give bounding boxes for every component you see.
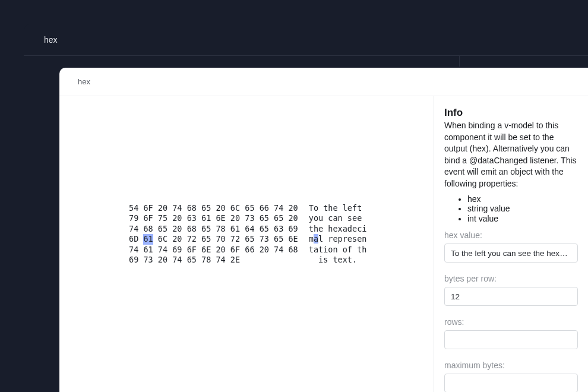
ascii-char[interactable]: e bbox=[347, 203, 352, 213]
hex-byte[interactable]: 20 bbox=[158, 255, 167, 265]
ascii-char[interactable]: e bbox=[333, 224, 337, 233]
ascii-char[interactable]: a bbox=[314, 245, 318, 254]
ascii-char[interactable]: n bbox=[333, 245, 337, 254]
ascii-char[interactable]: t bbox=[318, 245, 323, 254]
hex-byte[interactable]: 63 bbox=[187, 213, 197, 223]
hex-byte[interactable]: 74 bbox=[274, 245, 283, 255]
hex-byte[interactable]: 78 bbox=[216, 224, 225, 234]
hex-byte[interactable]: 72 bbox=[187, 234, 197, 244]
hex-byte[interactable]: 6E bbox=[288, 234, 298, 244]
ascii-char[interactable]: t bbox=[309, 245, 314, 254]
hex-byte[interactable]: 61 bbox=[230, 224, 240, 234]
hex-byte[interactable]: 74 bbox=[129, 245, 138, 255]
ascii-char[interactable]: u bbox=[318, 213, 323, 223]
hex-byte[interactable]: 65 bbox=[245, 234, 254, 244]
hex-byte[interactable]: 68 bbox=[288, 245, 298, 255]
hex-byte[interactable]: 69 bbox=[129, 255, 138, 265]
ascii-char[interactable]: e bbox=[318, 224, 323, 233]
hex-byte[interactable]: 69 bbox=[172, 245, 182, 255]
hex-byte[interactable]: 68 bbox=[143, 224, 153, 234]
hex-byte[interactable]: 65 bbox=[201, 203, 211, 213]
ascii-char[interactable]: . bbox=[352, 255, 357, 264]
ascii-char[interactable]: h bbox=[362, 245, 366, 254]
hex-byte[interactable]: 73 bbox=[143, 255, 153, 265]
hex-byte[interactable]: 20 bbox=[288, 203, 298, 213]
hex-byte[interactable]: 2E bbox=[230, 255, 240, 265]
ascii-char[interactable] bbox=[318, 203, 323, 213]
hex-byte[interactable]: 61 bbox=[143, 234, 153, 244]
ascii-char[interactable]: d bbox=[347, 224, 352, 233]
hex-byte[interactable]: 65 bbox=[260, 213, 269, 223]
hex-byte[interactable]: 6F bbox=[143, 213, 153, 223]
ascii-char[interactable] bbox=[338, 203, 343, 213]
hex-byte[interactable]: 61 bbox=[201, 213, 211, 223]
ascii-char[interactable]: l bbox=[318, 234, 323, 244]
bytes-per-row-input[interactable] bbox=[444, 287, 578, 306]
hex-byte[interactable]: 65 bbox=[245, 203, 254, 213]
hex-byte[interactable]: 6F bbox=[143, 203, 153, 213]
ascii-char[interactable]: s bbox=[347, 213, 352, 223]
ascii-char[interactable]: e bbox=[333, 203, 337, 213]
hex-byte[interactable]: 64 bbox=[245, 224, 254, 234]
rows-input[interactable] bbox=[444, 330, 578, 349]
hex-byte[interactable]: 74 bbox=[216, 255, 225, 265]
hex-byte[interactable]: 78 bbox=[201, 255, 211, 265]
ascii-char[interactable]: f bbox=[347, 245, 352, 254]
ascii-char[interactable]: m bbox=[309, 234, 314, 244]
ascii-char[interactable]: x bbox=[338, 224, 343, 233]
ascii-char[interactable]: a bbox=[314, 234, 318, 244]
ascii-char[interactable]: a bbox=[343, 224, 347, 233]
ascii-char[interactable] bbox=[352, 245, 357, 254]
hex-byte[interactable]: 63 bbox=[274, 224, 283, 234]
hex-byte[interactable]: 20 bbox=[216, 245, 225, 255]
ascii-char[interactable]: f bbox=[352, 203, 357, 213]
hex-byte[interactable]: 68 bbox=[187, 224, 197, 234]
hex-byte[interactable]: 6F bbox=[187, 245, 197, 255]
hex-byte[interactable]: 79 bbox=[129, 213, 138, 223]
hex-byte[interactable]: 61 bbox=[143, 245, 153, 255]
hex-byte[interactable]: 68 bbox=[187, 203, 197, 213]
hex-byte[interactable]: 6C bbox=[230, 203, 240, 213]
hex-byte[interactable]: 6E bbox=[201, 245, 211, 255]
ascii-char[interactable]: p bbox=[338, 234, 343, 244]
ascii-char[interactable]: s bbox=[352, 234, 357, 244]
ascii-char[interactable]: t bbox=[347, 255, 352, 264]
ascii-char[interactable]: e bbox=[338, 255, 343, 264]
ascii-char[interactable]: e bbox=[347, 234, 352, 244]
ascii-char[interactable]: h bbox=[314, 224, 318, 233]
ascii-char[interactable]: e bbox=[333, 234, 337, 244]
ascii-char[interactable]: o bbox=[314, 203, 318, 213]
hex-byte[interactable]: 6D bbox=[129, 234, 138, 244]
ascii-char[interactable]: T bbox=[309, 203, 314, 213]
maximum-bytes-input[interactable] bbox=[444, 374, 578, 392]
hex-byte[interactable]: 20 bbox=[172, 234, 182, 244]
hex-byte[interactable]: 20 bbox=[158, 203, 167, 213]
hex-byte[interactable]: 6E bbox=[216, 213, 225, 223]
hex-byte[interactable]: 72 bbox=[230, 234, 240, 244]
hex-byte[interactable]: 75 bbox=[158, 213, 167, 223]
hex-byte[interactable]: 69 bbox=[288, 224, 298, 234]
ascii-char[interactable] bbox=[362, 213, 366, 223]
ascii-char[interactable]: t bbox=[309, 224, 314, 233]
hex-byte[interactable]: 66 bbox=[245, 245, 254, 255]
hex-byte[interactable]: 73 bbox=[260, 234, 269, 244]
hex-byte[interactable]: 74 bbox=[129, 224, 138, 234]
hex-byte[interactable]: 20 bbox=[216, 203, 225, 213]
hex-byte[interactable]: 74 bbox=[172, 203, 182, 213]
hex-byte[interactable]: 20 bbox=[260, 245, 269, 255]
hex-byte[interactable]: 65 bbox=[274, 213, 283, 223]
ascii-char[interactable]: r bbox=[343, 234, 347, 244]
hex-byte[interactable]: 20 bbox=[172, 224, 182, 234]
hex-byte[interactable]: 20 bbox=[230, 213, 240, 223]
ascii-char[interactable]: e bbox=[352, 224, 357, 233]
hex-byte[interactable]: 20 bbox=[172, 213, 182, 223]
hex-byte[interactable]: 65 bbox=[201, 234, 211, 244]
ascii-char[interactable]: i bbox=[318, 255, 323, 264]
hex-byte[interactable]: 74 bbox=[274, 203, 283, 213]
ascii-char[interactable]: l bbox=[343, 203, 347, 213]
ascii-char[interactable]: e bbox=[352, 213, 357, 223]
hex-byte[interactable]: 65 bbox=[201, 224, 211, 234]
hex-byte[interactable]: 6C bbox=[158, 234, 167, 244]
hex-byte[interactable]: 74 bbox=[158, 245, 167, 255]
hex-value-input[interactable] bbox=[444, 244, 578, 263]
